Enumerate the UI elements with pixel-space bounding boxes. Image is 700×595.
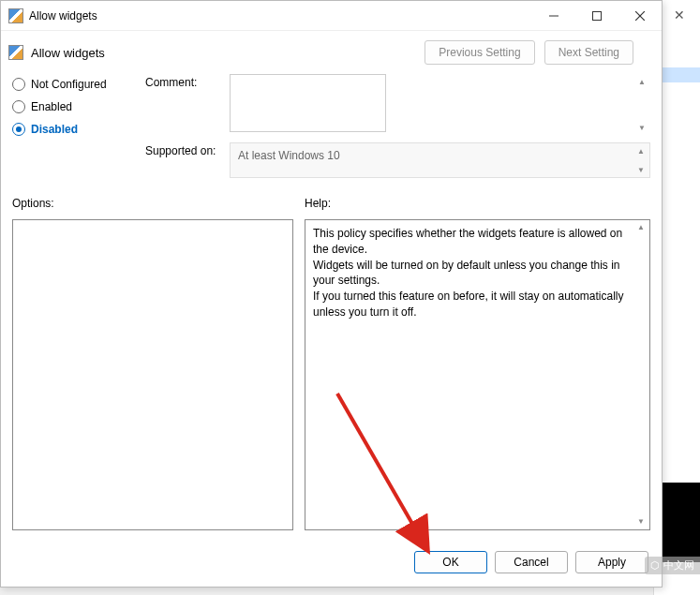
scroll-down-icon[interactable]: ▼	[634, 121, 649, 134]
help-label: Help:	[305, 197, 650, 210]
help-scrollbar[interactable]: ▲ ▼	[633, 221, 648, 528]
cancel-button[interactable]: Cancel	[495, 551, 568, 573]
supported-row: Supported on: At least Windows 10 ▲ ▼	[145, 142, 650, 178]
radio-label: Enabled	[31, 100, 72, 113]
policy-icon	[8, 45, 23, 60]
window-icon	[8, 8, 23, 23]
radio-label: Not Configured	[31, 78, 107, 91]
policy-title: Allow widgets	[31, 46, 105, 60]
options-label: Options:	[12, 197, 293, 210]
titlebar[interactable]: Allow widgets	[1, 1, 662, 31]
nav-buttons: Previous Setting Next Setting	[424, 40, 650, 65]
fields-column: Comment: ▲ ▼ Supported on: At least Wind…	[145, 74, 650, 186]
radio-enabled[interactable]: Enabled	[12, 100, 134, 113]
config-area: Not Configured Enabled Disabled Comment:…	[1, 70, 662, 186]
maximize-icon	[592, 11, 602, 21]
dialog-window: Allow widgets Allow widgets Previous Set…	[0, 0, 663, 588]
radio-icon	[12, 78, 25, 91]
radio-not-configured[interactable]: Not Configured	[12, 78, 134, 91]
supported-value: At least Windows 10	[238, 149, 340, 162]
panels-row: Options: Help: This policy specifies whe…	[1, 186, 662, 542]
comment-label: Comment:	[145, 74, 220, 135]
supported-label: Supported on:	[145, 142, 220, 178]
header-row: Allow widgets Previous Setting Next Sett…	[1, 31, 662, 70]
previous-setting-button[interactable]: Previous Setting	[424, 40, 534, 65]
radio-icon	[12, 123, 25, 136]
watermark-text: 中文网	[663, 558, 694, 573]
scroll-down-icon[interactable]: ▼	[633, 515, 648, 528]
next-setting-button[interactable]: Next Setting	[544, 40, 633, 65]
comment-input[interactable]	[230, 74, 386, 132]
apply-button[interactable]: Apply	[575, 551, 648, 573]
window-controls	[532, 1, 662, 31]
options-panel: Options:	[12, 197, 293, 530]
close-button[interactable]	[618, 1, 662, 31]
radio-group: Not Configured Enabled Disabled	[12, 74, 134, 186]
supported-scrollbar: ▲ ▼	[633, 144, 648, 176]
watermark: ⬡ 中文网	[645, 557, 700, 574]
minimize-icon	[549, 11, 559, 21]
scroll-up-icon: ▲	[633, 144, 648, 157]
svg-rect-1	[593, 11, 602, 20]
comment-row: Comment: ▲ ▼	[145, 74, 650, 135]
ok-button[interactable]: OK	[414, 551, 487, 573]
help-box: This policy specifies whether the widget…	[305, 219, 650, 530]
close-icon	[635, 11, 645, 21]
radio-disabled[interactable]: Disabled	[12, 123, 134, 136]
bg-highlight-strip	[658, 67, 700, 82]
dialog-footer: OK Cancel Apply	[1, 542, 662, 587]
window-title: Allow widgets	[29, 9, 532, 22]
scroll-up-icon[interactable]: ▲	[634, 75, 649, 88]
help-panel: Help: This policy specifies whether the …	[305, 197, 650, 530]
bg-close-icon[interactable]: ✕	[674, 7, 685, 22]
maximize-button[interactable]	[575, 1, 618, 31]
supported-value-box: At least Windows 10 ▲ ▼	[230, 142, 650, 178]
scroll-up-icon[interactable]: ▲	[633, 221, 648, 234]
minimize-button[interactable]	[532, 1, 575, 31]
scroll-down-icon: ▼	[633, 163, 648, 176]
comment-scrollbar[interactable]: ▲ ▼	[634, 75, 649, 134]
help-text: This policy specifies whether the widget…	[313, 226, 642, 320]
options-box	[12, 219, 293, 530]
radio-label: Disabled	[31, 123, 78, 136]
bg-dark-strip	[658, 483, 700, 562]
radio-icon	[12, 100, 25, 113]
watermark-logo-icon: ⬡	[650, 559, 660, 572]
